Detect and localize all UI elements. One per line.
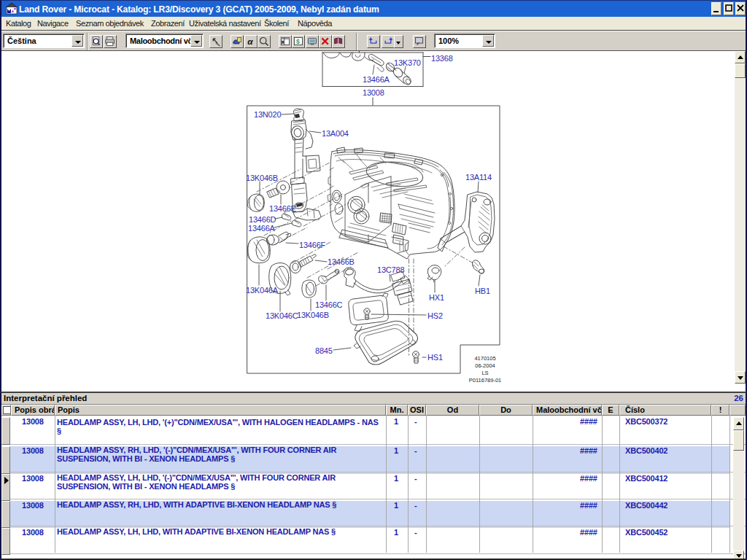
svg-text:13A114: 13A114 xyxy=(465,173,492,182)
svg-text:13008: 13008 xyxy=(363,88,384,97)
svg-text:HS1: HS1 xyxy=(427,353,443,362)
svg-text:α: α xyxy=(247,36,253,46)
svg-text:HB1: HB1 xyxy=(475,287,490,295)
svg-text:13N020: 13N020 xyxy=(254,110,281,119)
svg-text:13C788: 13C788 xyxy=(377,265,404,274)
svg-text:13K046C: 13K046C xyxy=(266,311,298,320)
svg-text:4170105: 4170105 xyxy=(474,355,495,362)
svg-text:13K046A: 13K046A xyxy=(246,286,279,295)
svg-text:HS2: HS2 xyxy=(427,311,443,320)
svg-text:13A004: 13A004 xyxy=(322,129,349,138)
svg-text:13466A: 13466A xyxy=(248,224,276,233)
svg-text:8845: 8845 xyxy=(315,346,333,355)
svg-text:LS: LS xyxy=(481,370,488,376)
svg-text:13K370: 13K370 xyxy=(394,58,421,67)
svg-text:13K046B: 13K046B xyxy=(297,311,329,319)
svg-text:P0116789-01: P0116789-01 xyxy=(469,377,501,384)
svg-text:13466C: 13466C xyxy=(315,300,343,309)
svg-text:06-2004: 06-2004 xyxy=(475,362,495,369)
svg-text:13466F: 13466F xyxy=(299,241,326,249)
svg-text:13466B: 13466B xyxy=(328,257,355,266)
svg-text:13368: 13368 xyxy=(431,54,453,63)
svg-text:HX1: HX1 xyxy=(429,293,444,302)
svg-text:13K046B: 13K046B xyxy=(246,174,278,182)
svg-text:13466E: 13466E xyxy=(269,204,296,213)
svg-text:$: $ xyxy=(296,38,300,45)
svg-text:13466A: 13466A xyxy=(363,75,390,84)
svg-text:13466D: 13466D xyxy=(249,215,276,224)
